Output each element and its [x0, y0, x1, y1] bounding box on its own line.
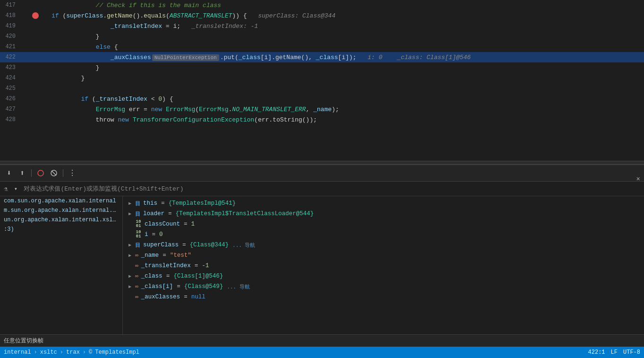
expand-superclass[interactable]: ▶: [127, 242, 133, 248]
call-stack-item-2[interactable]: m.sun.org.apache.xalan.internal.xs: [0, 206, 122, 215]
expand-loader[interactable]: ▶: [127, 210, 133, 217]
status-right: 422:1 LF UTF-8: [588, 349, 640, 356]
breadcrumb-internal[interactable]: internal: [4, 349, 31, 356]
debug-input-bar: ⚗ ▾ 对表达式求值(Enter)或添加监视(Ctrl+Shift+Enter): [0, 182, 644, 196]
cancel-icon: [50, 169, 58, 177]
code-line-418: 418 if (superClass.getName().equals(ABST…: [0, 10, 644, 21]
var-item-classcount: ▶ 1001 classCount = 1: [123, 219, 644, 229]
call-stack: com.sun.org.apache.xalan.internal m.sun.…: [0, 196, 123, 334]
expand-class[interactable]: ▶: [127, 273, 133, 279]
dropdown-button[interactable]: ▾: [10, 183, 21, 194]
breakpoint-icon: [32, 12, 39, 19]
more-button[interactable]: ⋮: [67, 168, 77, 178]
code-line-423: 423 }: [0, 62, 644, 73]
filter-icon: ⚗: [4, 185, 8, 193]
record-icon: [37, 169, 44, 177]
call-stack-item-3[interactable]: un.org.apache.xalan.internal.xsltc.: [0, 215, 122, 225]
str-icon-transletindex: ∞: [135, 263, 138, 269]
code-line-426: 426 if (_transletIndex < 0) {: [0, 94, 644, 104]
expand-class-i[interactable]: ▶: [127, 283, 133, 290]
code-line-427: 427 ErrorMsg err = new ErrorMsg(ErrorMsg…: [0, 104, 644, 114]
num-icon-classcount: 1001: [135, 220, 142, 228]
call-stack-item-4[interactable]: :3): [0, 225, 122, 234]
var-item-superclass: ▶ 目 superClass = {Class@344} ... 导航: [123, 240, 644, 250]
variables-pane: ▶ 目 this = {TemplatesImpl@541} ▶ 目 loade…: [123, 196, 644, 334]
nav-class-i[interactable]: ... 导航: [227, 283, 249, 290]
breadcrumb-xsltc[interactable]: xsltc: [40, 349, 57, 356]
exception-tag: NullPointerException: [152, 54, 219, 61]
popup-close-button[interactable]: ×: [636, 175, 640, 183]
obj-icon-superclass: 目: [135, 242, 140, 249]
var-item-name: ▶ ∞ _name = "test": [123, 250, 644, 261]
debug-input-placeholder[interactable]: 对表达式求值(Enter)或添加监视(Ctrl+Shift+Enter): [24, 184, 640, 193]
record-button[interactable]: [35, 168, 46, 178]
toolbar-separator-2: [63, 169, 63, 177]
var-item-auxclasses: ▶ ∞ _auxClasses = null: [123, 292, 644, 302]
debug-variables-pane: com.sun.org.apache.xalan.internal m.sun.…: [0, 196, 644, 334]
str-icon-name: ∞: [135, 253, 138, 258]
var-item-loader: ▶ 目 loader = {TemplatesImpl$TransletClas…: [123, 209, 644, 219]
var-item-transletindex: ▶ ∞ _transletIndex = -1: [123, 261, 644, 271]
breadcrumb-copyright-icon: ©: [89, 349, 92, 356]
expand-name[interactable]: ▶: [127, 252, 133, 259]
svg-line-1: [52, 171, 56, 175]
obj-icon-loader: 目: [135, 210, 140, 218]
code-line-420: 420 }: [0, 31, 644, 42]
var-item-class: ▶ ∞ _class = {Class[1]@546}: [123, 271, 644, 281]
obj-icon-this: 目: [135, 200, 140, 207]
var-item-i: ▶ 1001 i = 0: [123, 229, 644, 240]
str-icon-auxclasses: ∞: [135, 294, 138, 300]
var-item-this: ▶ 目 this = {TemplatesImpl@541}: [123, 198, 644, 209]
editor-divider: [0, 161, 644, 165]
upload-button[interactable]: ⬆: [17, 168, 27, 178]
call-stack-item-1[interactable]: com.sun.org.apache.xalan.internal: [0, 196, 122, 206]
encoding: UTF-8: [623, 349, 640, 356]
code-line-428: 428 throw new TransformerConfigurationEx…: [0, 114, 644, 125]
svg-point-0: [38, 170, 43, 176]
line-ending: LF: [611, 349, 618, 356]
code-line-424: 424 }: [0, 73, 644, 83]
code-line-421: 421 else {: [0, 42, 644, 52]
code-line-419: 419 _transletIndex = i; _transletIndex: …: [0, 21, 644, 31]
num-icon-i: 1001: [135, 230, 142, 239]
cancel-button[interactable]: [49, 168, 59, 178]
popup-text: 任意位置切换帧: [4, 337, 43, 345]
debug-panel: ⚗ ▾ 对表达式求值(Enter)或添加监视(Ctrl+Shift+Enter)…: [0, 182, 644, 334]
code-line-425: 425: [0, 83, 644, 94]
debug-toolbar: ⬇ ⬆ ⋮: [0, 165, 644, 182]
code-line-417: 417 // Check if this is the main class: [0, 0, 644, 10]
str-icon-class: ∞: [135, 273, 138, 279]
breadcrumb: internal › xsltc › trax › © TemplatesImp…: [4, 349, 139, 356]
popup-bar: 任意位置切换帧 ×: [0, 334, 644, 347]
var-item-class-i: ▶ ∞ _class[i] = {Class@549} ... 导航: [123, 281, 644, 292]
nav-superclass[interactable]: ... 导航: [232, 242, 255, 249]
code-line-422: 422 _auxClassesNullPointerException.put(…: [0, 52, 644, 62]
status-bar: internal › xsltc › trax › © TemplatesImp…: [0, 347, 644, 358]
breadcrumb-templatesimpl[interactable]: TemplatesImpl: [95, 349, 139, 356]
toolbar-separator: [31, 169, 32, 177]
download-button[interactable]: ⬇: [4, 168, 14, 178]
breadcrumb-trax[interactable]: trax: [66, 349, 80, 356]
code-editor: 417 // Check if this is the main class 4…: [0, 0, 644, 161]
str-icon-class-i: ∞: [135, 284, 138, 289]
cursor-position: 422:1: [588, 349, 605, 356]
expand-this[interactable]: ▶: [127, 200, 133, 207]
